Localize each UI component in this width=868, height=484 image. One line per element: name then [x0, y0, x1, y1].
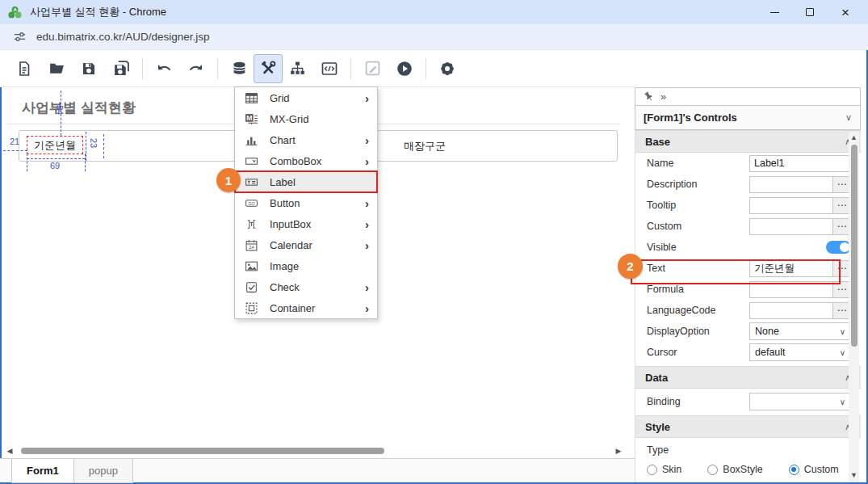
pin-icon[interactable]	[641, 89, 656, 103]
database-icon	[231, 60, 248, 77]
component-tools-button[interactable]	[254, 54, 283, 83]
scroll-down-icon[interactable]: ▼	[849, 471, 859, 479]
guide-tick-right	[85, 154, 86, 171]
menu-item-container[interactable]: Container ›	[235, 297, 377, 318]
custom-input[interactable]	[750, 219, 832, 234]
prop-row-visible: Visible	[635, 237, 861, 258]
scrollbar-thumb[interactable]	[21, 448, 384, 454]
menu-item-combobox[interactable]: ComboBox ›	[235, 150, 377, 171]
undo-button[interactable]	[149, 54, 178, 83]
window-title: 사업부별 실적 현황 - Chrome	[30, 5, 166, 19]
formula-input[interactable]	[750, 282, 832, 297]
mx-grid-icon: M	[245, 112, 258, 126]
radio-skin[interactable]	[647, 465, 657, 475]
menu-item-image[interactable]: Image	[235, 255, 377, 276]
menu-item-mx-grid[interactable]: M MX-Grid	[235, 108, 377, 129]
text-input[interactable]	[750, 261, 832, 276]
new-document-button[interactable]	[10, 54, 39, 83]
languagecode-input[interactable]	[750, 303, 832, 318]
gear-icon	[438, 60, 456, 78]
undo-icon	[155, 60, 173, 78]
collapse-panel-icon[interactable]: »	[660, 90, 666, 103]
prop-label: Custom	[647, 221, 749, 232]
menu-item-label: InputBox	[270, 218, 365, 230]
scroll-left-icon[interactable]: ◀	[5, 447, 15, 455]
menu-item-grid[interactable]: Grid ›	[235, 87, 377, 108]
settings-button[interactable]	[433, 54, 462, 83]
chevron-down-icon: ∨	[840, 398, 845, 406]
save-button[interactable]	[74, 54, 103, 83]
scroll-right-icon[interactable]: ▶	[614, 447, 623, 455]
store-group-label[interactable]: 매장구군	[404, 139, 446, 154]
menu-item-label: Container	[270, 302, 365, 314]
radio-boxstyle[interactable]	[707, 465, 718, 475]
chevron-down-icon: ∨	[840, 348, 845, 357]
section-style[interactable]: Style ∧	[635, 415, 861, 438]
close-button[interactable]: ×	[828, 0, 863, 24]
redo-button[interactable]	[182, 54, 211, 83]
open-folder-button[interactable]	[42, 54, 71, 83]
maximize-button[interactable]	[792, 0, 828, 24]
scrollbar-thumb[interactable]	[851, 145, 858, 347]
name-input[interactable]	[750, 156, 850, 171]
displayoption-select[interactable]: None∨	[749, 322, 851, 340]
prop-label: DisplayOption	[647, 326, 749, 337]
run-button[interactable]	[390, 54, 419, 83]
visible-toggle[interactable]	[826, 241, 851, 254]
code-view-button[interactable]	[315, 54, 344, 83]
menu-item-label: Image	[270, 260, 369, 272]
section-base[interactable]: Base ∧	[635, 130, 861, 153]
minimize-button[interactable]	[757, 0, 792, 24]
database-button[interactable]	[224, 54, 254, 83]
ellipsis-button[interactable]: ⋯	[832, 198, 850, 213]
radio-label: Skin	[662, 464, 681, 475]
selected-label-control[interactable]: 기준년월	[27, 136, 83, 154]
menu-item-check[interactable]: Check ›	[235, 276, 377, 297]
save-all-button[interactable]	[107, 54, 136, 83]
cursor-select[interactable]: default∨	[749, 343, 851, 361]
menu-item-calendar[interactable]: 24 Calendar ›	[235, 234, 377, 255]
guide-width-value: 69	[50, 161, 60, 170]
chevron-down-icon[interactable]: ∨	[845, 112, 852, 123]
toolbar-separator	[142, 58, 143, 79]
ellipsis-button[interactable]: ⋯	[832, 282, 850, 297]
open-folder-icon	[48, 60, 65, 77]
scrollbar-track[interactable]	[15, 447, 614, 455]
tools-icon	[259, 60, 277, 78]
select-value: None	[755, 326, 840, 337]
svg-text:24: 24	[249, 245, 254, 250]
menu-item-chart[interactable]: Chart ›	[235, 129, 377, 150]
section-data[interactable]: Data ∧	[635, 366, 861, 389]
binding-select[interactable]: ∨	[749, 393, 851, 410]
tab-popup[interactable]: popup	[74, 459, 133, 483]
description-input[interactable]	[750, 177, 832, 192]
address-url[interactable]: edu.bimatrix.co.kr/AUD/designer.jsp	[36, 31, 210, 43]
hierarchy-button[interactable]	[283, 54, 312, 83]
menu-item-inputbox[interactable]: InputBox ›	[235, 213, 377, 234]
guide-line-left	[3, 150, 27, 151]
scroll-up-icon[interactable]: ▲	[849, 133, 859, 141]
radio-custom[interactable]	[789, 465, 799, 475]
prop-row-languagecode: LanguageCode ⋯	[635, 300, 861, 321]
tab-form1[interactable]: Form1	[11, 459, 74, 483]
inputbox-icon	[245, 217, 258, 231]
ellipsis-button[interactable]: ⋯	[832, 261, 850, 276]
site-settings-icon[interactable]	[13, 30, 27, 44]
canvas-h-scrollbar[interactable]: ◀ ▶	[5, 445, 623, 457]
prop-label: Cursor	[647, 347, 749, 358]
edit-button[interactable]	[358, 54, 387, 83]
ellipsis-button[interactable]: ⋯	[832, 303, 850, 318]
menu-item-button[interactable]: GO Button ›	[235, 192, 377, 213]
tooltip-input[interactable]	[750, 198, 832, 213]
panel-header[interactable]: [Form1]'s Controls ∨	[635, 106, 861, 130]
menu-item-label-control[interactable]: Label	[235, 171, 377, 192]
prop-row-displayoption: DisplayOption None∨	[635, 321, 861, 342]
svg-text:M: M	[246, 114, 252, 122]
prop-label: Name	[647, 158, 749, 169]
radio-label: BoxStyle	[723, 464, 762, 475]
panel-scrollbar[interactable]: ▲ ▼	[849, 132, 859, 482]
ellipsis-button[interactable]: ⋯	[832, 219, 850, 234]
code-icon	[321, 60, 338, 78]
maximize-icon	[806, 8, 814, 16]
ellipsis-button[interactable]: ⋯	[832, 177, 850, 192]
